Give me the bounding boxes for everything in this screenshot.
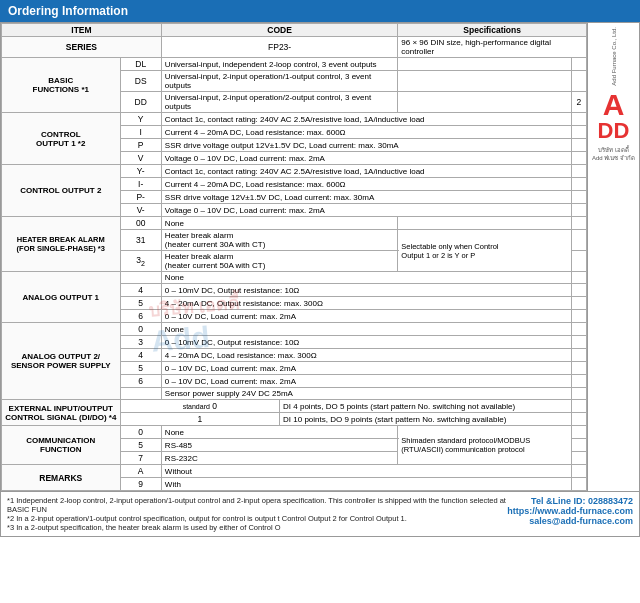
- logo-rotated-text: Add Furnace Co., Ltd.: [611, 27, 617, 86]
- ao2-label: ANALOG OUTPUT 2/SENSOR POWER SUPPLY: [2, 323, 121, 400]
- hba-32-code: 32: [120, 251, 161, 272]
- page-wrapper: Ordering Information ITEM CODE Specifica…: [0, 0, 640, 537]
- extio-std-spec: DI 4 points, DO 5 points (start pattern …: [280, 400, 572, 413]
- logo-a: A: [598, 90, 630, 120]
- series-label: SERIES: [2, 37, 162, 58]
- hba-31-note: Selectable only when ControlOutput 1 or …: [398, 230, 571, 272]
- co2-i-spec: Current 4 – 20mA DC, Load resistance: ma…: [161, 178, 571, 191]
- co2-p-code: P-: [120, 191, 161, 204]
- extio-1-code: 1: [120, 413, 280, 426]
- ao1-4-code: 4: [120, 284, 161, 297]
- basic-dd-code: DD: [120, 92, 161, 113]
- basic-dl-spec: Universal-input, independent 2-loop cont…: [161, 58, 397, 71]
- remarks-a-code: A: [120, 465, 161, 478]
- ao1-6-note: [571, 310, 586, 323]
- comm-0-spec: None: [161, 426, 397, 439]
- logo-block: A DD: [598, 90, 630, 142]
- ao1-5-spec: 4 – 20mA DC, Output resistance: max. 300…: [161, 297, 571, 310]
- remarks-9-code: 9: [120, 478, 161, 491]
- co1-p-note: [571, 139, 586, 152]
- comm-0-code: 0: [120, 426, 161, 439]
- co1-i-spec: Current 4 – 20mA DC, Load resistance: ma…: [161, 126, 571, 139]
- co1-i-note: [571, 126, 586, 139]
- page-header: Ordering Information: [0, 0, 640, 22]
- comm-0-row: COMMUNICATION FUNCTION 0 None Shimaden s…: [2, 426, 587, 439]
- co1-y-code: Y: [120, 113, 161, 126]
- ao2-sensor-spec: Sensor power supply 24V DC 25mA: [161, 388, 571, 400]
- comm-7-extra: [571, 452, 586, 465]
- ao1-none-code: [120, 272, 161, 284]
- remarks-a-row: REMARKS A Without: [2, 465, 587, 478]
- header-title: Ordering Information: [8, 4, 128, 18]
- ao1-5-note: [571, 297, 586, 310]
- ao1-none-note: [571, 272, 586, 284]
- hba-00-code: 00: [120, 217, 161, 230]
- hba-32-extra: [571, 251, 586, 272]
- series-code: FP23-: [161, 37, 397, 58]
- ao2-0-note: [571, 323, 586, 336]
- comm-0-extra: [571, 426, 586, 439]
- co2-y-code: Y-: [120, 165, 161, 178]
- ao1-6-spec: 0 – 10V DC, Load current: max. 2mA: [161, 310, 571, 323]
- hba-label: HEATER BREAK ALARM(FOR SINGLE-PHASE) *3: [2, 217, 121, 272]
- co1-p-code: P: [120, 139, 161, 152]
- co2-v-spec: Voltage 0 – 10V DC, Load current: max. 2…: [161, 204, 571, 217]
- basic-dd-spec: Universal-input, 2-input operation/2-out…: [161, 92, 397, 113]
- hba-00-spec: None: [161, 217, 397, 230]
- hba-31-code: 31: [120, 230, 161, 251]
- co1-y-spec: Contact 1c, contact rating: 240V AC 2.5A…: [161, 113, 571, 126]
- co2-p-spec: SSR drive voltage 12V±1.5V DC, Load curr…: [161, 191, 571, 204]
- extio-label: EXTERNAL INPUT/OUTPUTCONTROL SIGNAL (DI/…: [2, 400, 121, 426]
- hba-00-extra: [571, 217, 586, 230]
- hba-31-extra: [571, 230, 586, 251]
- series-spec: 96 × 96 DIN size, high-performance digit…: [398, 37, 587, 58]
- ao1-none-row: ANALOG OUTPUT 1 None: [2, 272, 587, 284]
- extio-1-note: [571, 413, 586, 426]
- ordering-table: ITEM CODE Specifications SERIES FP23- 96…: [1, 23, 587, 491]
- basic-dl-code: DL: [120, 58, 161, 71]
- ao1-4-spec: 0 – 10mV DC, Output resistance: 10Ω: [161, 284, 571, 297]
- ao2-3-note: [571, 336, 586, 349]
- remarks-a-spec: Without: [161, 465, 571, 478]
- basic-dd-note: [398, 92, 571, 113]
- logo-thai1: บริษัท เอดดี้: [598, 147, 629, 153]
- basic-ds-note: [398, 71, 571, 92]
- ao1-label: ANALOG OUTPUT 1: [2, 272, 121, 323]
- logo-thai2: Add ฟเนซ จำกัด: [592, 155, 635, 161]
- co1-y-row: CONTROLOUTPUT 1 *2 Y Contact 1c, contact…: [2, 113, 587, 126]
- co2-v-note: [571, 204, 586, 217]
- co1-v-code: V: [120, 152, 161, 165]
- hba-31-spec: Heater break alarm(heater current 30A wi…: [161, 230, 397, 251]
- remarks-9-spec: With: [161, 478, 571, 491]
- col-spec: Specifications: [398, 24, 587, 37]
- extio-std-note: [571, 400, 586, 413]
- basic-dl-note: [398, 58, 571, 71]
- ao2-4-code: 4: [120, 349, 161, 362]
- contact-web: https://www.add-furnace.com: [507, 506, 633, 516]
- ao2-0-code: 0: [120, 323, 161, 336]
- ao1-none-spec: None: [161, 272, 571, 284]
- hba-00-row: HEATER BREAK ALARM(FOR SINGLE-PHASE) *3 …: [2, 217, 587, 230]
- co1-i-code: I: [120, 126, 161, 139]
- basic-dd-val: 2: [571, 92, 586, 113]
- ao1-5-code: 5: [120, 297, 161, 310]
- ao1-6-code: 6: [120, 310, 161, 323]
- logo-section: Add Furnace Co., Ltd. A DD บริษัท เอดดี้…: [588, 22, 640, 492]
- basic-dl-val: [571, 58, 586, 71]
- contact-tel: Tel &Line ID: 028883472: [507, 496, 633, 506]
- co2-y-spec: Contact 1c, contact rating: 240V AC 2.5A…: [161, 165, 571, 178]
- col-code: CODE: [161, 24, 397, 37]
- co2-label: CONTROL OUTPUT 2: [2, 165, 121, 217]
- ao2-5-code: 5: [120, 362, 161, 375]
- ao2-4-note: [571, 349, 586, 362]
- ao2-0-row: ANALOG OUTPUT 2/SENSOR POWER SUPPLY 0 No…: [2, 323, 587, 336]
- hba-32-spec: Heater break alarm(heater current 50A wi…: [161, 251, 397, 272]
- comm-7-spec: RS-232C: [161, 452, 397, 465]
- co1-v-spec: Voltage 0 – 10V DC, Load current: max. 2…: [161, 152, 571, 165]
- logo-thai-text: บริษัท เอดดี้ Add ฟเนซ จำกัด: [592, 146, 635, 163]
- co2-i-note: [571, 178, 586, 191]
- ao2-6-code: 6: [120, 375, 161, 388]
- ao1-4-note: [571, 284, 586, 297]
- ao2-3-spec: 0 – 10mV DC, Output resistance: 10Ω: [161, 336, 571, 349]
- co2-i-code: I-: [120, 178, 161, 191]
